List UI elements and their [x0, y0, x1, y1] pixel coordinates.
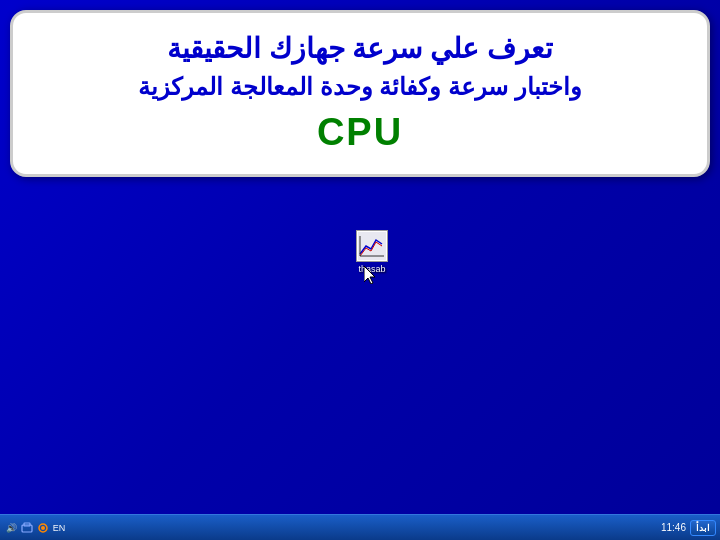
start-button[interactable]: ابدأ — [690, 520, 716, 536]
taskbar-right: 11:46 ابدأ — [661, 520, 716, 536]
title-card: تعرف علي سرعة جهازك الحقيقية واختبار سرع… — [10, 10, 710, 177]
desktop-icon-label: thasab — [358, 264, 385, 274]
tray-icon-3 — [36, 521, 50, 535]
title-line1: تعرف علي سرعة جهازك الحقيقية — [33, 31, 687, 67]
cpu-label: CPU — [33, 111, 687, 154]
system-tray: 🔊 EN — [4, 521, 66, 535]
taskbar-left: 🔊 EN — [4, 521, 66, 535]
tray-icon-1: 🔊 — [4, 521, 18, 535]
desktop-icon[interactable]: thasab — [348, 230, 396, 274]
tray-icon-2 — [20, 521, 34, 535]
taskbar: 🔊 EN 11:46 ابدأ — [0, 514, 720, 540]
taskbar-clock: 11:46 — [661, 522, 686, 533]
chart-icon — [358, 232, 386, 260]
tray-icon-4: EN — [52, 521, 66, 535]
desktop-icon-image — [356, 230, 388, 262]
title-line2: واختبار سرعة وكفائة وحدة المعالجة المركز… — [33, 71, 687, 102]
desktop: تعرف علي سرعة جهازك الحقيقية واختبار سرع… — [0, 0, 720, 540]
svg-point-7 — [41, 526, 45, 530]
